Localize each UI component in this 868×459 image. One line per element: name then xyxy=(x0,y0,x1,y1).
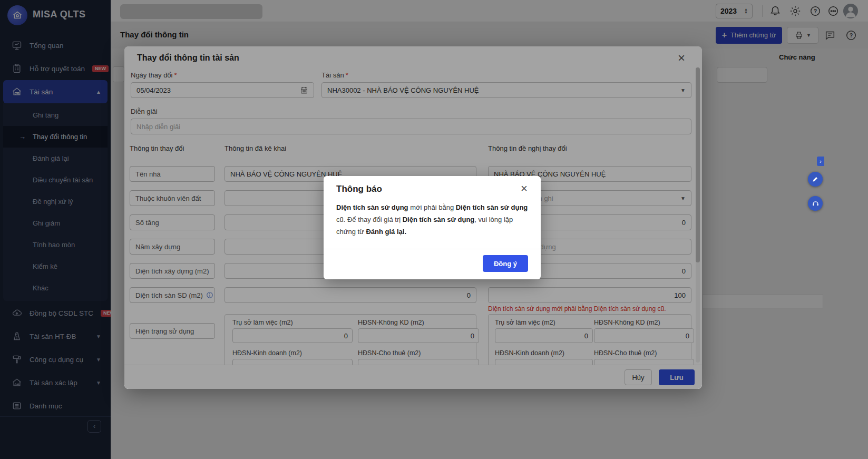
dialog-divider xyxy=(324,249,541,249)
expand-panel-tab[interactable]: › xyxy=(817,157,824,166)
notification-dialog: Thông báo × Diện tích sàn sử dụng mới ph… xyxy=(324,176,541,279)
dialog-close-icon[interactable]: × xyxy=(521,182,528,196)
app-root: MISA QLTS Tổng quan Hỗ trợ quyết toán NE… xyxy=(0,0,868,459)
dialog-title: Thông báo xyxy=(336,184,382,194)
dialog-message: Diện tích sàn sử dụng mới phải bằng Diện… xyxy=(336,201,530,238)
support-headset-button[interactable] xyxy=(808,196,823,211)
support-pen-button[interactable] xyxy=(808,172,823,187)
ok-button[interactable]: Đồng ý xyxy=(483,255,528,272)
